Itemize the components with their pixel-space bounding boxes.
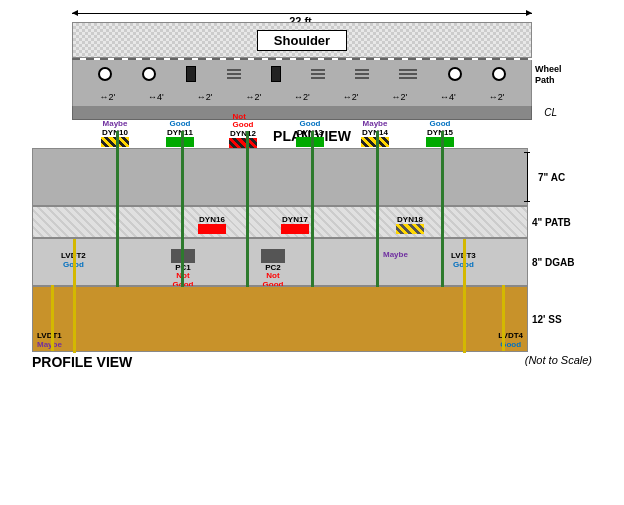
ft-arrow-row: 22 ft. xyxy=(72,4,532,22)
dyn11-id: DYN11 xyxy=(167,128,193,137)
dyn14-id: DYN14 xyxy=(362,128,388,137)
layer-dgab: LVDT2 Good PC1 NotGood PC2 NotGood xyxy=(32,238,528,286)
layer-ss: LVDT1 Maybe LVDT4 Good xyxy=(32,286,528,352)
pole-lvdt4 xyxy=(502,285,505,351)
lvdt1-status: Maybe xyxy=(37,340,62,349)
pole-dyn13 xyxy=(311,131,314,207)
sensor-dyn16: DYN16 xyxy=(198,215,226,234)
dyn16-id: DYN16 xyxy=(199,215,225,224)
pole-patb-6 xyxy=(441,207,444,239)
dyn14-status: Maybe xyxy=(363,119,388,128)
pole-dyn10 xyxy=(116,131,119,207)
dim-6: ↔2' xyxy=(343,92,359,102)
pole-lvdt1 xyxy=(51,285,54,351)
profile-section: Maybe DYN10 Good DYN11 NotGood DYN12 xyxy=(8,148,616,370)
dyn10-id: DYN10 xyxy=(102,128,128,137)
dim-4: ↔2' xyxy=(245,92,261,102)
dim-8: ↔4' xyxy=(440,92,456,102)
dim-3: ↔2' xyxy=(197,92,213,102)
pole-patb-1 xyxy=(116,207,119,239)
dyn10-block xyxy=(101,137,129,147)
dyn13-status: Good xyxy=(300,119,321,128)
label-ss: 12' SS xyxy=(532,286,592,352)
dyn18-block xyxy=(396,224,424,234)
sensor-rect-v-2 xyxy=(271,66,281,82)
dyn15-block xyxy=(426,137,454,147)
label-ac: 7" AC xyxy=(532,148,592,206)
pole-patb-5 xyxy=(376,207,379,239)
pole-ss-lvdt2 xyxy=(73,287,76,353)
pole-dgab-2 xyxy=(181,239,184,287)
pole-ss-lvdt3 xyxy=(463,287,466,353)
dim-2: ↔4' xyxy=(148,92,164,102)
sensor-circle-3 xyxy=(448,67,462,81)
dyn18-maybe: Maybe xyxy=(383,247,408,259)
profile-main: Maybe DYN10 Good DYN11 NotGood DYN12 xyxy=(32,148,528,352)
dyn16-block xyxy=(198,224,226,234)
sensor-lines-1 xyxy=(227,69,241,79)
sensor-dyn15: Good DYN15 xyxy=(426,119,454,147)
dim-7: ↔2' xyxy=(391,92,407,102)
pole-lvdt2 xyxy=(73,239,76,287)
pole-dgab-6 xyxy=(441,239,444,287)
main-container: 22 ft. Shoulder xyxy=(0,0,624,505)
pole-dgab-1 xyxy=(116,239,119,287)
dyn17-block xyxy=(281,224,309,234)
dyn12-id: DYN12 xyxy=(230,129,256,138)
dim-5: ↔2' xyxy=(294,92,310,102)
sensor-dyn12: NotGood DYN12 xyxy=(229,113,257,148)
sensor-dyn17: DYN17 xyxy=(281,215,309,234)
dyn14-block xyxy=(361,137,389,147)
dyn11-block xyxy=(166,137,194,147)
dyn17-id: DYN17 xyxy=(282,215,308,224)
pole-lvdt3 xyxy=(463,239,466,287)
dyn12-status: NotGood xyxy=(233,113,254,129)
not-to-scale-label: (Not to Scale) xyxy=(525,354,592,370)
pole-dgab-5 xyxy=(376,239,379,287)
pole-patb-2 xyxy=(181,207,184,239)
sensor-lines-3 xyxy=(355,69,369,79)
ac-label: 7" AC xyxy=(538,172,565,183)
profile-diagram: Maybe DYN10 Good DYN11 NotGood DYN12 xyxy=(32,148,592,352)
dyn13-block xyxy=(296,137,324,147)
sensor-dyn10: Maybe DYN10 xyxy=(101,119,129,147)
layer-ac: Maybe DYN10 Good DYN11 NotGood DYN12 xyxy=(32,148,528,206)
pole-dyn11 xyxy=(181,131,184,207)
dim-1: ↔2' xyxy=(99,92,115,102)
sensor-dyn13: Good DYN13 xyxy=(296,119,324,147)
sensor-circle-4 xyxy=(492,67,506,81)
pole-patb-4 xyxy=(311,207,314,239)
profile-view-title: PROFILE VIEW xyxy=(32,354,132,370)
sensor-lvdt1: LVDT1 Maybe xyxy=(37,331,62,349)
dim-row: ↔2' ↔4' ↔2' ↔2' ↔2' ↔2' ↔2' ↔4' ↔2' xyxy=(72,88,532,106)
pole-dgab-4 xyxy=(311,239,314,287)
pole-dyn12 xyxy=(246,131,249,207)
road-area: CL xyxy=(72,106,532,120)
profile-view-labels-row: PROFILE VIEW (Not to Scale) xyxy=(32,354,592,370)
cl-label: CL xyxy=(544,107,557,118)
label-patb: 4" PATB xyxy=(532,206,592,238)
wheel-path-label: WheelPath xyxy=(535,64,587,86)
sensor-dyn14: Maybe DYN14 xyxy=(361,119,389,147)
dyn10-status: Maybe xyxy=(103,119,128,128)
pole-dyn15 xyxy=(441,131,444,207)
dyn18-id: DYN18 xyxy=(397,215,423,224)
sensor-dyn11: Good DYN11 xyxy=(166,119,194,147)
pole-patb-3 xyxy=(246,207,249,239)
pc2-block xyxy=(261,249,285,263)
sensor-lines-2 xyxy=(311,69,325,79)
ss-label: 12' SS xyxy=(532,314,562,325)
sensor-rect-v-1 xyxy=(186,66,196,82)
dgab-label: 8" DGAB xyxy=(532,257,575,268)
dyn13-id: DYN13 xyxy=(297,128,323,137)
sensor-circle-2 xyxy=(142,67,156,81)
sensor-circle-1 xyxy=(98,67,112,81)
pole-dgab-3 xyxy=(246,239,249,287)
dyn15-status: Good xyxy=(430,119,451,128)
patb-label: 4" PATB xyxy=(532,217,571,228)
lvdt1-id: LVDT1 xyxy=(37,331,62,340)
profile-labels: 7" AC 4" PATB 8" DGAB 12' SS xyxy=(528,148,592,352)
pole-dyn14 xyxy=(376,131,379,207)
shoulder-label: Shoulder xyxy=(257,30,347,51)
sensor-lines-4 xyxy=(399,69,417,79)
